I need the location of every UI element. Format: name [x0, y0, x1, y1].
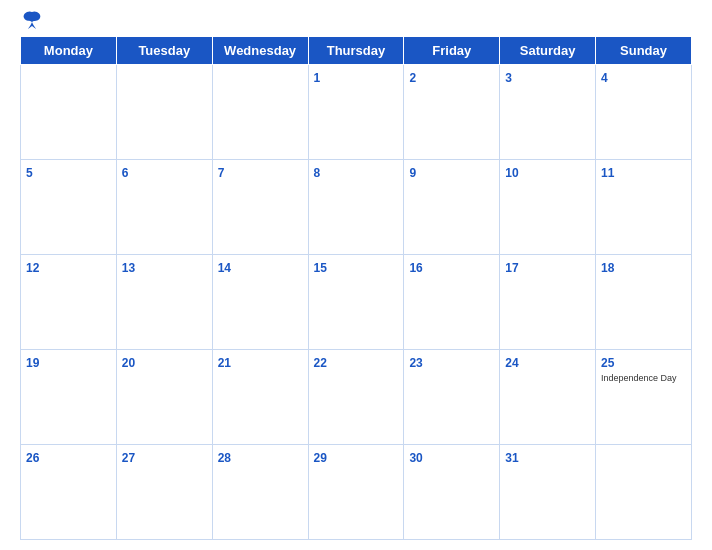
day-number: 9 [409, 166, 416, 180]
day-number: 29 [314, 451, 327, 465]
calendar-cell: 29 [308, 445, 404, 540]
calendar-cell: 26 [21, 445, 117, 540]
calendar-cell: 13 [116, 255, 212, 350]
calendar-cell: 21 [212, 350, 308, 445]
calendar-cell: 10 [500, 160, 596, 255]
day-number: 2 [409, 71, 416, 85]
calendar-cell: 22 [308, 350, 404, 445]
calendar-cell: 27 [116, 445, 212, 540]
day-number: 13 [122, 261, 135, 275]
calendar-header [20, 10, 692, 30]
day-number: 26 [26, 451, 39, 465]
calendar-cell [116, 65, 212, 160]
week-row-3: 12131415161718 [21, 255, 692, 350]
day-header-tuesday: Tuesday [116, 37, 212, 65]
calendar-cell [596, 445, 692, 540]
calendar-cell: 14 [212, 255, 308, 350]
calendar-cell: 3 [500, 65, 596, 160]
week-row-2: 567891011 [21, 160, 692, 255]
day-header-saturday: Saturday [500, 37, 596, 65]
calendar-cell: 12 [21, 255, 117, 350]
days-header-row: MondayTuesdayWednesdayThursdayFridaySatu… [21, 37, 692, 65]
day-number: 4 [601, 71, 608, 85]
calendar-cell: 17 [500, 255, 596, 350]
calendar-cell: 20 [116, 350, 212, 445]
day-number: 24 [505, 356, 518, 370]
calendar-cell [21, 65, 117, 160]
day-number: 30 [409, 451, 422, 465]
day-number: 31 [505, 451, 518, 465]
holiday-label: Independence Day [601, 373, 686, 384]
calendar-cell: 16 [404, 255, 500, 350]
day-number: 22 [314, 356, 327, 370]
calendar-cell: 28 [212, 445, 308, 540]
week-row-4: 19202122232425Independence Day [21, 350, 692, 445]
calendar-table: MondayTuesdayWednesdayThursdayFridaySatu… [20, 36, 692, 540]
day-number: 15 [314, 261, 327, 275]
day-number: 3 [505, 71, 512, 85]
calendar-cell: 9 [404, 160, 500, 255]
day-number: 10 [505, 166, 518, 180]
calendar-cell: 2 [404, 65, 500, 160]
day-header-thursday: Thursday [308, 37, 404, 65]
calendar-cell: 7 [212, 160, 308, 255]
day-number: 25 [601, 356, 614, 370]
day-number: 11 [601, 166, 614, 180]
day-header-monday: Monday [21, 37, 117, 65]
logo [20, 10, 48, 30]
calendar-cell: 25Independence Day [596, 350, 692, 445]
day-header-wednesday: Wednesday [212, 37, 308, 65]
day-number: 1 [314, 71, 321, 85]
day-number: 18 [601, 261, 614, 275]
day-number: 19 [26, 356, 39, 370]
calendar-cell: 8 [308, 160, 404, 255]
day-number: 21 [218, 356, 231, 370]
calendar-cell: 18 [596, 255, 692, 350]
logo-bird-icon [20, 10, 44, 30]
calendar-cell: 31 [500, 445, 596, 540]
day-number: 6 [122, 166, 129, 180]
week-row-1: 1234 [21, 65, 692, 160]
day-number: 20 [122, 356, 135, 370]
week-row-5: 262728293031 [21, 445, 692, 540]
calendar-cell: 24 [500, 350, 596, 445]
day-number: 27 [122, 451, 135, 465]
calendar-cell: 5 [21, 160, 117, 255]
day-header-friday: Friday [404, 37, 500, 65]
day-number: 23 [409, 356, 422, 370]
calendar-cell: 6 [116, 160, 212, 255]
calendar-cell [212, 65, 308, 160]
day-number: 17 [505, 261, 518, 275]
day-number: 14 [218, 261, 231, 275]
day-number: 12 [26, 261, 39, 275]
calendar-cell: 1 [308, 65, 404, 160]
calendar-cell: 23 [404, 350, 500, 445]
calendar-cell: 19 [21, 350, 117, 445]
day-number: 16 [409, 261, 422, 275]
day-number: 5 [26, 166, 33, 180]
calendar-cell: 4 [596, 65, 692, 160]
day-number: 7 [218, 166, 225, 180]
calendar-cell: 15 [308, 255, 404, 350]
calendar-cell: 11 [596, 160, 692, 255]
day-number: 28 [218, 451, 231, 465]
day-number: 8 [314, 166, 321, 180]
calendar-cell: 30 [404, 445, 500, 540]
day-header-sunday: Sunday [596, 37, 692, 65]
